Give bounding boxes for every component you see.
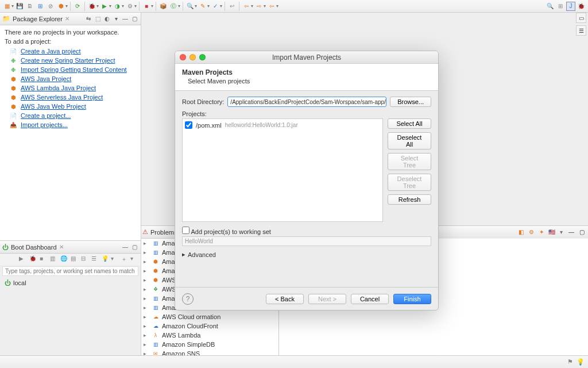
save-all-icon[interactable]: 🗎: [25, 2, 34, 11]
java-perspective-icon[interactable]: J: [566, 2, 575, 11]
add-ws-checkbox[interactable]: [182, 227, 189, 234]
status-tip-icon[interactable]: 💡: [577, 358, 585, 366]
external-tools-icon[interactable]: ⚙: [125, 2, 134, 11]
problems-tab[interactable]: Problems: [150, 229, 177, 236]
select-all-button[interactable]: Select All: [388, 118, 431, 129]
package-explorer-header: 📁 Package Explorer ✕ ⇆ ⬚ ◐ ▾ — ▢: [0, 13, 141, 25]
link-create-java[interactable]: Create a Java project: [21, 48, 81, 55]
rv-icon1[interactable]: ◧: [517, 228, 525, 236]
boot-start-icon[interactable]: ▶: [19, 255, 27, 263]
last-edit-icon[interactable]: ⇦: [267, 2, 276, 11]
package-explorer-title: Package Explorer: [13, 16, 63, 22]
new-package-icon[interactable]: 📦: [158, 2, 168, 11]
status-alert-icon[interactable]: ⚑: [567, 358, 573, 366]
main-toolbar: ▦▾ 💾 🗎 ⊞ ⊘ ⬢▾ ⟳ 🐞▾ ▶▾ ◑▾ ⚙▾ ■▾ 📦 Ⓒ▾ 🔍▾ ✎…: [0, 0, 588, 13]
rv-icon2[interactable]: ⚙: [527, 228, 535, 236]
view-menu-icon[interactable]: ▾: [112, 15, 120, 23]
link-spring-import[interactable]: Import Spring Getting Started Content: [21, 66, 127, 73]
cancel-button[interactable]: Cancel: [351, 294, 389, 304]
empty-hint: There are no projects in your workspace.: [5, 29, 136, 36]
aws-lambda-icon: ⬢: [9, 84, 17, 92]
forward-nav-icon[interactable]: ⇨: [254, 2, 264, 11]
link-create-project[interactable]: Create a project...: [21, 112, 71, 119]
finish-button[interactable]: Finish: [393, 294, 431, 304]
boot-add-icon[interactable]: ＋: [121, 255, 129, 263]
skip-breakpoints-icon[interactable]: ⊘: [46, 2, 55, 11]
add-ws-checkbox-row[interactable]: Add project(s) to working set: [182, 228, 271, 235]
open-perspective-icon[interactable]: ⊞: [556, 2, 565, 11]
debug-icon[interactable]: 🐞: [87, 2, 96, 11]
search-flash-icon[interactable]: 🔍: [185, 2, 195, 11]
boot-filter-input[interactable]: [2, 266, 138, 276]
maximize-icon[interactable]: ▢: [130, 15, 138, 23]
aws-web-icon: ⬢: [9, 102, 17, 110]
project-checkbox[interactable]: [185, 121, 192, 129]
boot-min-icon[interactable]: —: [121, 243, 129, 251]
tree-row[interactable]: ▸▥Amazon SimpleDB: [141, 340, 278, 349]
task-icon[interactable]: ✓: [211, 2, 220, 11]
project-row[interactable]: /pom.xml helloworld:HelloWorld:1.0:jar: [185, 121, 380, 129]
tree-row[interactable]: ▸λAWS Lambda: [141, 331, 278, 340]
run-icon[interactable]: ▶: [100, 2, 109, 11]
new-class-icon[interactable]: Ⓒ: [169, 2, 178, 11]
link-aws-serverless[interactable]: AWS Serverless Java Project: [21, 94, 103, 101]
coverage-icon[interactable]: ◑: [113, 2, 122, 11]
link-aws-lambda[interactable]: AWS Lambda Java Project: [21, 85, 96, 91]
boot-console-icon[interactable]: ▤: [71, 255, 79, 263]
trim-restore-icon[interactable]: ▭: [576, 13, 586, 23]
new-icon[interactable]: ▦: [2, 2, 11, 11]
link-aws-web[interactable]: AWS Java Web Project: [21, 103, 86, 110]
boot-bulb-icon[interactable]: 💡: [102, 255, 110, 263]
advanced-toggle[interactable]: ▸ Advanced: [182, 251, 431, 258]
new-proj-icon: 📄: [9, 112, 17, 120]
root-dir-value: /Applications/BackEndProjectCode/Sam-Wor…: [230, 99, 386, 105]
deselect-all-button[interactable]: Deselect All: [388, 132, 431, 150]
collapse-all-icon[interactable]: ⇆: [84, 15, 92, 23]
boot-dashboard-view: ⏻ Boot Dashboard ✕ — ▢ ▶ 🐞 ■ ▥ 🌐 ▤ ⊟ ☰ 💡…: [0, 240, 141, 355]
boot-stop-icon[interactable]: ■: [40, 255, 48, 263]
link-spring-starter[interactable]: Create new Spring Starter Project: [21, 57, 115, 64]
tree-row[interactable]: ▸✉Amazon SNS: [141, 349, 278, 355]
wand-icon[interactable]: ✎: [198, 2, 207, 11]
search-icon[interactable]: 🔍: [546, 2, 555, 11]
aws-serverless-icon: ⬢: [9, 93, 17, 101]
boot-item-local[interactable]: ⏻local: [5, 279, 136, 286]
prev-edit-icon[interactable]: ↩: [227, 2, 237, 11]
minimize-icon[interactable]: —: [121, 15, 129, 23]
back-nav-icon[interactable]: ⇦: [242, 2, 251, 11]
working-set-field: [182, 236, 431, 246]
browse-button[interactable]: Browse...: [390, 97, 431, 107]
boot-debug-icon[interactable]: 🐞: [29, 255, 37, 263]
rv-max-icon[interactable]: ▢: [578, 228, 586, 236]
help-icon[interactable]: ?: [182, 293, 194, 305]
tree-row[interactable]: ▸☁Amazon CloudFront: [141, 321, 278, 331]
relaunch-icon[interactable]: ⟳: [73, 2, 82, 11]
toggle-breadcrumb-icon[interactable]: ⊞: [36, 2, 45, 11]
projects-list: /pom.xml helloworld:HelloWorld:1.0:jar: [182, 118, 383, 222]
power-icon: ⏻: [5, 279, 11, 286]
boot-open-icon[interactable]: ▥: [50, 255, 58, 263]
boot-collapse-icon[interactable]: ⊟: [81, 255, 89, 263]
focus-task-icon[interactable]: ◐: [103, 15, 111, 23]
link-import-projects[interactable]: Import projects...: [21, 121, 68, 128]
link-editor-icon[interactable]: ⬚: [94, 15, 102, 23]
boot-filter-icon[interactable]: ☰: [91, 255, 99, 263]
spring-icon: ❉: [9, 56, 17, 64]
link-aws-java[interactable]: AWS Java Project: [21, 75, 71, 82]
boot-browser-icon[interactable]: 🌐: [60, 255, 68, 263]
root-dir-combo[interactable]: /Applications/BackEndProjectCode/Sam-Wor…: [227, 97, 386, 107]
rv-min-icon[interactable]: —: [567, 228, 575, 236]
debug-perspective-icon[interactable]: 🐞: [577, 2, 586, 11]
trim-outline-icon[interactable]: ☰: [576, 25, 586, 36]
save-icon[interactable]: 💾: [15, 2, 24, 11]
boot-max-icon[interactable]: ▢: [130, 243, 138, 251]
tree-row[interactable]: ▸☁AWS Cloud ormation: [141, 312, 278, 321]
back-button[interactable]: < Back: [266, 294, 304, 304]
rv-flag-icon[interactable]: 🇺🇸: [548, 228, 556, 236]
spring-import-icon: ❉: [9, 66, 17, 74]
stop-server-icon[interactable]: ■: [142, 2, 151, 11]
rv-icon3[interactable]: ✦: [537, 228, 546, 236]
refresh-button[interactable]: Refresh: [388, 194, 431, 205]
dialog-titlebar[interactable]: Import Maven Projects: [175, 51, 438, 64]
aws-cube-icon[interactable]: ⬢: [56, 2, 65, 11]
